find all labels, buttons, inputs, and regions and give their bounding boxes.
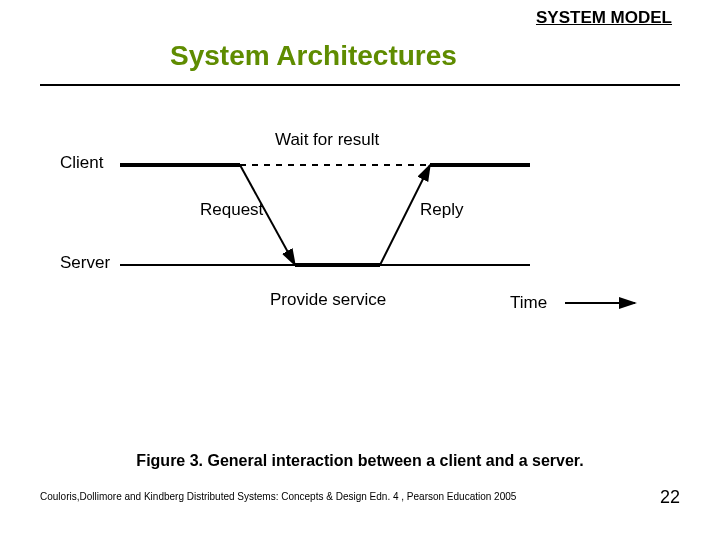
figure-caption: Figure 3. General interaction between a … (0, 452, 720, 470)
client-label: Client (60, 153, 104, 172)
section-heading: SYSTEM MODEL (536, 8, 672, 28)
credit-line: Couloris,Dollimore and Kindberg Distribu… (40, 491, 516, 502)
request-label: Request (200, 200, 264, 219)
wait-label: Wait for result (275, 130, 380, 149)
provide-label: Provide service (270, 290, 386, 309)
time-label: Time (510, 293, 547, 312)
interaction-diagram: Client Server Wait for result Request Re… (60, 110, 660, 330)
page-title: System Architectures (170, 40, 457, 72)
slide: SYSTEM MODEL System Architectures Client… (0, 0, 720, 540)
server-label: Server (60, 253, 110, 272)
reply-label: Reply (420, 200, 464, 219)
page-number: 22 (660, 487, 680, 508)
title-rule (40, 84, 680, 86)
